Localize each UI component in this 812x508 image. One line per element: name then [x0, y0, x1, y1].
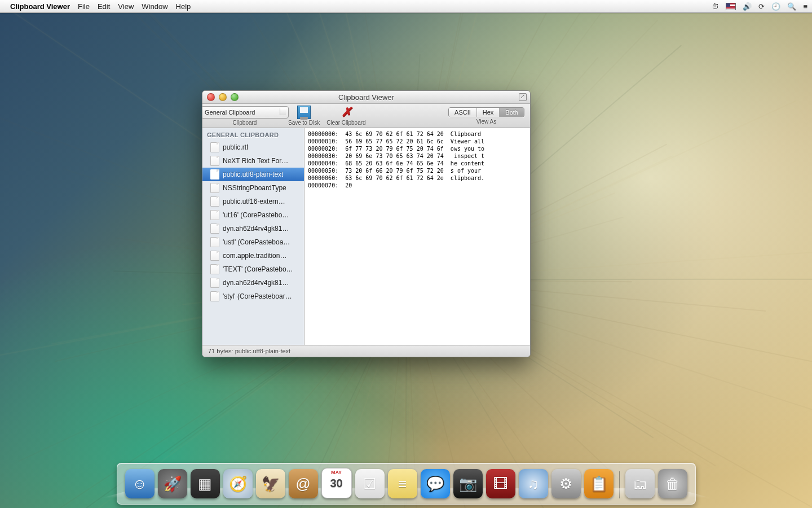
view-segment-hex[interactable]: Hex	[477, 108, 500, 117]
close-button[interactable]	[207, 93, 215, 101]
sidebar: GENERAL CLIPBOARD public.rtfNeXT Rich Te…	[202, 128, 304, 345]
clipboard-viewer-window: Clipboard Viewer ⤢ General Clipboard ▴▾ …	[202, 90, 531, 357]
sidebar-item-label: 'ut16' (CorePastebo…	[223, 211, 289, 219]
dock-app-itunes[interactable]: ♫	[519, 469, 548, 498]
file-icon	[210, 142, 219, 152]
menu-edit[interactable]: Edit	[98, 2, 110, 11]
dock-app-mission-control[interactable]: ▦	[191, 469, 220, 498]
clear-x-icon: ✗	[341, 105, 351, 120]
file-icon	[210, 278, 219, 288]
app-menu[interactable]: Clipboard Viewer	[10, 2, 70, 11]
sidebar-item[interactable]: 'TEXT' (CorePastebo…	[202, 262, 304, 276]
sidebar-item[interactable]: NSStringPboardType	[202, 181, 304, 195]
sidebar-item[interactable]: dyn.ah62d4rv4gk81…	[202, 276, 304, 290]
menu-bar: Clipboard Viewer FileEditViewWindowHelp …	[0, 0, 812, 13]
sidebar-item[interactable]: public.utf8-plain-text	[202, 168, 304, 181]
file-icon	[210, 251, 219, 261]
dock-separator	[619, 471, 620, 498]
sync-icon[interactable]: ⟳	[758, 2, 765, 11]
dock-app-facetime[interactable]: 📷	[453, 469, 483, 498]
input-source-flag-icon[interactable]	[726, 3, 736, 10]
fullscreen-icon[interactable]: ⤢	[519, 93, 527, 101]
dock-app-trash[interactable]: 🗑	[658, 469, 687, 498]
clipboard-select-label: Clipboard	[233, 120, 257, 126]
window-titlebar[interactable]: Clipboard Viewer ⤢	[202, 91, 530, 104]
dock-app-notes[interactable]: ≡	[388, 469, 417, 498]
view-as-segmented-control[interactable]: ASCIIHexBoth	[448, 107, 524, 117]
view-as-label: View As	[476, 119, 496, 125]
file-icon	[210, 169, 219, 179]
dock-app-contacts[interactable]: @	[289, 469, 318, 498]
minimize-button[interactable]	[219, 93, 227, 101]
sidebar-item-label: public.utf16-extern…	[223, 198, 285, 205]
sidebar-item-label: com.apple.tradition…	[223, 252, 286, 260]
sidebar-item[interactable]: 'ut16' (CorePastebo…	[202, 208, 304, 222]
sidebar-item[interactable]: public.rtf	[202, 141, 304, 154]
window-title: Clipboard Viewer	[338, 93, 394, 102]
sidebar-item-label: public.utf8-plain-text	[223, 170, 283, 178]
sidebar-item-label: dyn.ah62d4rv4gk81…	[223, 225, 289, 233]
sidebar-item-label: 'styl' (CorePasteboar…	[223, 292, 292, 300]
dock-app-photo-booth[interactable]: 🎞	[486, 469, 515, 498]
file-icon	[210, 210, 219, 220]
sidebar-item[interactable]: dyn.ah62d4rv4gk81…	[202, 222, 304, 235]
dock-app-launchpad[interactable]: 🚀	[158, 469, 187, 498]
dock-app-calendar[interactable]: MAY30	[321, 468, 352, 498]
file-icon	[210, 264, 219, 274]
status-text: 71 bytes: public.utf8-plain-text	[208, 348, 290, 354]
sidebar-item-label: public.rtf	[223, 143, 248, 151]
status-bar: 71 bytes: public.utf8-plain-text	[202, 345, 530, 357]
toolbar: General Clipboard ▴▾ Clipboard Save to D…	[202, 104, 530, 128]
menu-file[interactable]: File	[78, 2, 90, 11]
dock-app-mail[interactable]: 🦅	[256, 469, 285, 498]
save-to-disk-button[interactable]: Save to Disk	[288, 106, 320, 126]
zoom-button[interactable]	[231, 93, 239, 101]
sidebar-header: GENERAL CLIPBOARD	[202, 128, 304, 141]
hex-content-view[interactable]: 00000000: 43 6c 69 70 62 6f 61 72 64 20 …	[304, 128, 530, 345]
menu-window[interactable]: Window	[142, 2, 167, 11]
file-icon	[210, 196, 219, 207]
dock-app-reminders[interactable]: ☑	[355, 469, 385, 498]
sidebar-item[interactable]: public.utf16-extern…	[202, 195, 304, 208]
view-segment-ascii[interactable]: ASCII	[449, 108, 477, 117]
spotlight-icon[interactable]: 🔍	[787, 2, 796, 11]
dock-app-clipboard-viewer[interactable]: 📋	[584, 469, 614, 498]
sidebar-item-label: dyn.ah62d4rv4gk81…	[223, 279, 289, 287]
sidebar-item[interactable]: 'styl' (CorePasteboar…	[202, 290, 304, 303]
volume-icon[interactable]: 🔊	[743, 2, 752, 11]
sidebar-item[interactable]: NeXT Rich Text For…	[202, 154, 304, 168]
dock-app-safari[interactable]: 🧭	[223, 469, 253, 498]
stopwatch-icon[interactable]: ⏱	[712, 2, 719, 11]
sidebar-item-label: 'ustl' (CorePasteboa…	[223, 238, 290, 246]
sidebar-item-label: NeXT Rich Text For…	[223, 157, 288, 165]
floppy-disk-icon	[297, 106, 311, 119]
dock-app-finder[interactable]: ☺	[125, 469, 155, 498]
sidebar-item-label: 'TEXT' (CorePastebo…	[223, 265, 293, 273]
file-icon	[210, 156, 219, 166]
menu-help[interactable]: Help	[176, 2, 191, 11]
clear-clipboard-button[interactable]: ✗ Clear Clipboard	[326, 106, 365, 126]
menu-view[interactable]: View	[118, 2, 134, 11]
notification-center-icon[interactable]: ≡	[803, 2, 807, 11]
dock: ☺🚀▦🧭🦅@MAY30☑≡💬📷🎞♫⚙📋🗂🗑	[117, 463, 696, 505]
file-icon	[210, 183, 219, 193]
sidebar-item[interactable]: com.apple.tradition…	[202, 249, 304, 262]
view-segment-both[interactable]: Both	[500, 108, 524, 117]
file-icon	[210, 224, 219, 234]
dock-app-system-preferences[interactable]: ⚙	[551, 469, 581, 498]
dock-app-messages[interactable]: 💬	[421, 469, 450, 498]
sidebar-item-label: NSStringPboardType	[223, 184, 286, 192]
dock-app-documents[interactable]: 🗂	[625, 469, 655, 498]
clock-icon[interactable]: 🕘	[771, 2, 780, 11]
file-icon	[210, 291, 219, 301]
clipboard-select[interactable]: General Clipboard ▴▾	[202, 106, 289, 119]
file-icon	[210, 237, 219, 247]
sidebar-item[interactable]: 'ustl' (CorePasteboa…	[202, 235, 304, 249]
